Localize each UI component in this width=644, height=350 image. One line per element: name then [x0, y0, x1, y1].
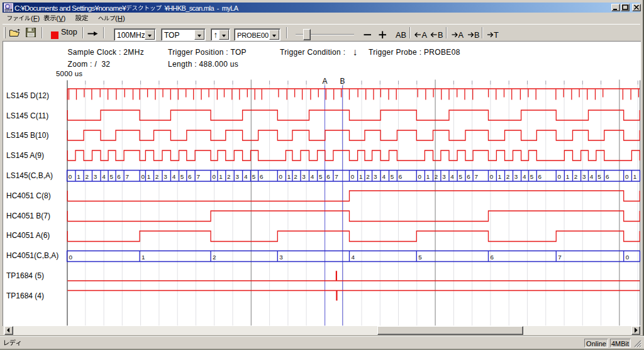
svg-text:6: 6: [188, 173, 192, 180]
svg-text:6: 6: [538, 173, 542, 180]
svg-text:0: 0: [625, 173, 629, 180]
svg-text:7: 7: [558, 254, 562, 261]
svg-text:(F): (F): [31, 14, 40, 22]
svg-text:1: 1: [219, 173, 223, 180]
svg-text:7: 7: [125, 173, 129, 180]
svg-text:4: 4: [590, 173, 594, 180]
svg-text:2: 2: [574, 173, 578, 180]
svg-text:4: 4: [352, 254, 355, 261]
svg-text:2: 2: [213, 254, 216, 261]
svg-text:5: 5: [597, 173, 601, 180]
svg-text:5: 5: [458, 173, 462, 180]
svg-text:0: 0: [279, 173, 283, 180]
svg-text:5: 5: [252, 173, 256, 180]
svg-text:2: 2: [294, 173, 297, 180]
svg-text:6: 6: [606, 173, 609, 180]
svg-text:3: 3: [514, 173, 518, 180]
svg-text:1: 1: [287, 173, 291, 180]
svg-text:6: 6: [326, 173, 330, 180]
svg-text:7: 7: [196, 173, 200, 180]
svg-text:0: 0: [141, 173, 145, 180]
svg-text:4: 4: [382, 173, 386, 180]
svg-text:7: 7: [474, 173, 478, 180]
svg-text:4: 4: [102, 173, 106, 180]
svg-text:0: 0: [69, 254, 73, 261]
svg-text:(H): (H): [115, 14, 125, 22]
svg-text:3: 3: [236, 173, 240, 180]
svg-text:0: 0: [490, 173, 494, 180]
svg-text:2: 2: [506, 173, 510, 180]
svg-text:2: 2: [85, 173, 89, 180]
svg-text:(V): (V): [56, 14, 65, 22]
svg-text:5: 5: [418, 254, 422, 261]
svg-text:0: 0: [69, 173, 72, 180]
svg-text:6: 6: [467, 173, 470, 180]
svg-text:2: 2: [366, 173, 370, 180]
svg-text:2: 2: [435, 173, 438, 180]
svg-text:1: 1: [633, 173, 637, 180]
svg-text:5: 5: [319, 173, 323, 180]
svg-text:1: 1: [147, 173, 151, 180]
svg-text:7: 7: [335, 173, 338, 180]
svg-text:3: 3: [442, 173, 446, 180]
svg-text:6: 6: [399, 173, 402, 180]
svg-text:5: 5: [180, 173, 184, 180]
svg-text:5: 5: [391, 173, 394, 180]
svg-text:3: 3: [279, 254, 283, 261]
svg-text:3: 3: [302, 173, 306, 180]
svg-text:6: 6: [491, 254, 494, 261]
svg-text:1: 1: [359, 173, 363, 180]
svg-text:3: 3: [164, 173, 167, 180]
svg-text:4: 4: [172, 173, 176, 180]
svg-text:3: 3: [374, 173, 377, 180]
svg-text:0: 0: [212, 173, 216, 180]
svg-text:0: 0: [558, 173, 562, 180]
svg-text:5: 5: [109, 173, 113, 180]
svg-text:0: 0: [418, 173, 422, 180]
svg-text:0: 0: [351, 173, 355, 180]
svg-text:1: 1: [498, 173, 502, 180]
svg-text:0: 0: [626, 254, 630, 261]
svg-text:4: 4: [523, 173, 526, 180]
svg-text:6: 6: [117, 173, 121, 180]
svg-text:4: 4: [244, 173, 248, 180]
svg-text:3: 3: [94, 173, 97, 180]
svg-text:1: 1: [77, 173, 80, 180]
svg-text:4: 4: [311, 173, 314, 180]
svg-text:2: 2: [227, 173, 231, 180]
svg-text:1: 1: [426, 173, 430, 180]
svg-text:5: 5: [530, 173, 534, 180]
svg-text:1: 1: [142, 254, 145, 261]
svg-text:4: 4: [450, 173, 454, 180]
svg-text:1: 1: [566, 173, 570, 180]
svg-text:3: 3: [582, 173, 586, 180]
svg-text:2: 2: [155, 173, 159, 180]
svg-text:6: 6: [260, 173, 264, 180]
